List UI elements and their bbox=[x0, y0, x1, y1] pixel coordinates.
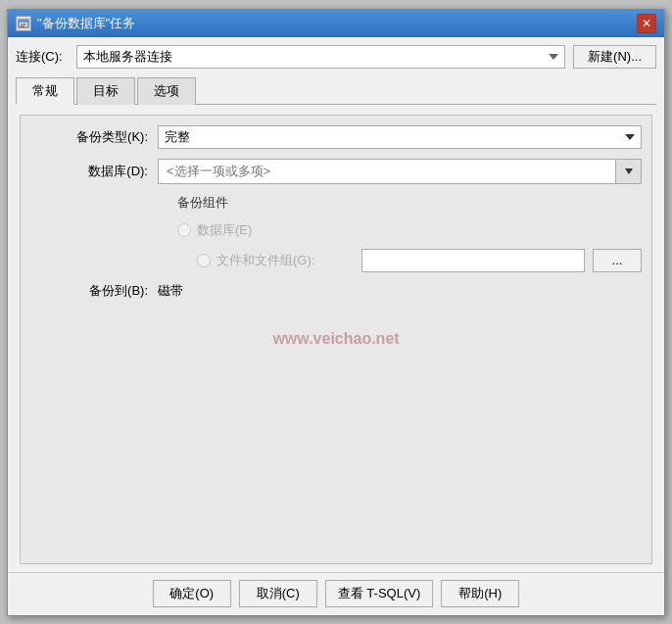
tabs-bar: 常规 目标 选项 bbox=[16, 76, 656, 105]
backup-to-row: 备份到(B): 磁带 bbox=[30, 282, 642, 300]
main-window: "备份数据库"任务 ✕ 连接(C): 本地服务器连接 新建(N)... 常规 目… bbox=[7, 9, 665, 616]
backup-type-row: 备份类型(K): 完整 bbox=[30, 125, 642, 149]
database-input[interactable] bbox=[158, 159, 616, 184]
backup-type-select[interactable]: 完整 bbox=[158, 125, 642, 149]
database-dropdown-button[interactable] bbox=[616, 159, 642, 184]
content-area: 连接(C): 本地服务器连接 新建(N)... 常规 目标 选项 www.vei… bbox=[8, 37, 664, 572]
title-bar: "备份数据库"任务 ✕ bbox=[8, 10, 664, 37]
connection-label: 连接(C): bbox=[16, 48, 69, 66]
file-group-row: 文件和文件组(G): ... bbox=[30, 249, 642, 272]
svg-rect-1 bbox=[19, 20, 28, 23]
backup-to-label: 备份到(B): bbox=[30, 282, 158, 300]
connection-select[interactable]: 本地服务器连接 bbox=[76, 45, 565, 69]
database-radio[interactable] bbox=[177, 223, 191, 237]
close-button[interactable]: ✕ bbox=[637, 14, 656, 33]
file-group-left: 文件和文件组(G): bbox=[158, 252, 354, 269]
main-panel: www.veichao.net 备份类型(K): 完整 数据库(D): bbox=[20, 115, 652, 564]
cancel-button[interactable]: 取消(C) bbox=[239, 580, 317, 607]
database-select-wrap bbox=[158, 159, 642, 184]
db-radio-group: 数据库(E) bbox=[158, 221, 252, 239]
backup-type-select-wrap: 完整 bbox=[158, 125, 642, 149]
database-label: 数据库(D): bbox=[30, 163, 158, 180]
connection-row: 连接(C): 本地服务器连接 新建(N)... bbox=[16, 45, 656, 69]
tab-target[interactable]: 目标 bbox=[76, 77, 135, 105]
file-group-radio-label: 文件和文件组(G): bbox=[216, 252, 314, 269]
backup-to-value: 磁带 bbox=[158, 282, 183, 300]
database-radio-label: 数据库(E) bbox=[197, 221, 252, 239]
help-button[interactable]: 帮助(H) bbox=[441, 580, 519, 607]
footer: 确定(O) 取消(C) 查看 T-SQL(V) 帮助(H) bbox=[8, 572, 664, 615]
backup-component-row: 备份组件 bbox=[30, 194, 642, 212]
svg-marker-4 bbox=[625, 168, 633, 174]
backup-type-label: 备份类型(K): bbox=[30, 128, 158, 146]
tsql-button[interactable]: 查看 T-SQL(V) bbox=[325, 580, 434, 607]
file-group-content: 文件和文件组(G): ... bbox=[158, 249, 642, 272]
database-row: 数据库(D): bbox=[30, 159, 642, 184]
db-radio-row: 数据库(E) bbox=[30, 221, 642, 239]
window-title: "备份数据库"任务 bbox=[37, 15, 637, 32]
watermark: www.veichao.net bbox=[272, 330, 399, 348]
window-icon bbox=[16, 16, 31, 31]
file-browse-button[interactable]: ... bbox=[593, 249, 642, 272]
new-connection-button[interactable]: 新建(N)... bbox=[573, 45, 656, 69]
file-group-input[interactable] bbox=[361, 249, 585, 272]
tab-general[interactable]: 常规 bbox=[16, 77, 74, 105]
tab-options[interactable]: 选项 bbox=[137, 77, 196, 105]
file-group-radio[interactable] bbox=[197, 254, 211, 267]
backup-component-title: 备份组件 bbox=[158, 194, 228, 212]
ok-button[interactable]: 确定(O) bbox=[153, 580, 231, 607]
backup-to-content: 磁带 bbox=[158, 282, 642, 300]
